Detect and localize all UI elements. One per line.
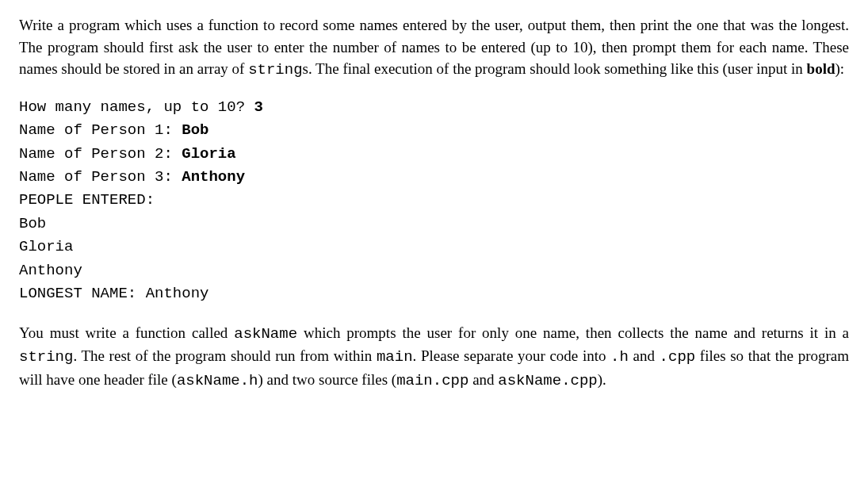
output-line: Gloria: [19, 238, 73, 255]
user-input: 3: [254, 98, 262, 116]
output-line: Bob: [19, 215, 46, 232]
prompt-line: How many names, up to 10?: [19, 98, 254, 116]
code-askname-cpp: askName.cpp: [498, 372, 597, 389]
text: You must write a function called: [19, 324, 234, 341]
text: s. The final execution of the program sh…: [303, 60, 807, 77]
prompt-line: Name of Person 1:: [19, 121, 182, 139]
code-cpp-ext: .cpp: [660, 348, 696, 366]
code-main: main: [377, 348, 413, 366]
user-input: Anthony: [182, 168, 245, 186]
output-line: LONGEST NAME: Anthony: [19, 285, 208, 302]
code-askname-h: askName.h: [177, 372, 258, 389]
text: . Please separate your code into: [413, 347, 611, 364]
instructions-paragraph: You must write a function called askName…: [19, 322, 849, 393]
user-input: Gloria: [182, 145, 235, 163]
text: . The rest of the program should run fro…: [73, 347, 377, 364]
code-string: string: [248, 61, 302, 79]
code-main-cpp: main.cpp: [396, 372, 468, 389]
text: and: [629, 347, 660, 364]
text: ).: [598, 371, 606, 388]
bold-word: bold: [807, 60, 835, 77]
prompt-line: Name of Person 2:: [19, 145, 182, 163]
output-line: Anthony: [19, 262, 82, 279]
intro-paragraph: Write a program which uses a function to…: [19, 14, 849, 82]
prompt-line: Name of Person 3:: [19, 168, 182, 186]
code-string: string: [19, 348, 73, 366]
code-h-ext: .h: [610, 348, 629, 366]
text: ) and two source files (: [258, 371, 397, 388]
output-line: PEOPLE ENTERED:: [19, 191, 155, 209]
code-askname: askName: [234, 325, 297, 343]
text: and: [468, 371, 498, 388]
text: which prompts the user for only one name…: [297, 324, 849, 341]
terminal-output: How many names, up to 10? 3 Name of Pers…: [19, 96, 849, 306]
text: ):: [835, 60, 845, 77]
user-input: Bob: [182, 121, 208, 139]
